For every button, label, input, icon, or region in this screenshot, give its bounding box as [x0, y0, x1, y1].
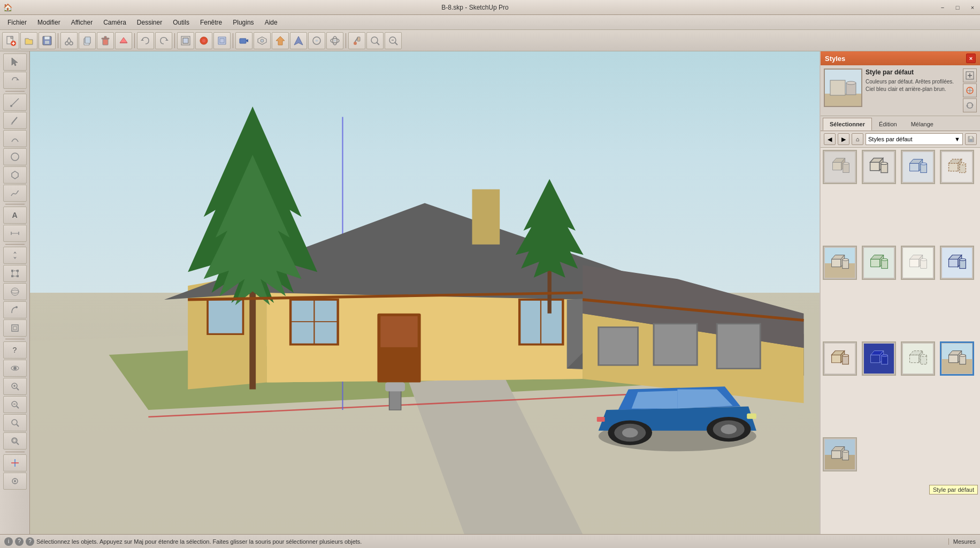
tool-axes[interactable] — [3, 454, 27, 471]
close-button[interactable]: × — [965, 0, 980, 15]
left-separator-2 — [5, 204, 25, 204]
menu-fenetre[interactable]: Fenêtre — [195, 17, 227, 28]
tool-pencil[interactable] — [3, 112, 27, 129]
tool-arc[interactable] — [3, 130, 27, 147]
toolbar-orbit[interactable] — [326, 32, 343, 49]
toolbar-separator-2 — [134, 33, 135, 48]
style-item-5[interactable] — [823, 246, 857, 280]
svg-point-49 — [11, 153, 19, 161]
maximize-button[interactable]: □ — [950, 0, 965, 15]
tool-freehand[interactable] — [3, 185, 27, 202]
tool-question[interactable]: ? — [3, 341, 27, 359]
style-action-new[interactable] — [963, 68, 977, 82]
nav-back[interactable]: ◀ — [824, 133, 836, 145]
toolbar-delete[interactable] — [97, 32, 114, 49]
svg-rect-24 — [218, 37, 226, 44]
svg-rect-107 — [654, 324, 697, 365]
minimize-button[interactable]: − — [935, 0, 950, 15]
nav-forward[interactable]: ▶ — [838, 133, 849, 145]
style-action-paint[interactable] — [963, 83, 977, 97]
toolbar-view1[interactable] — [177, 32, 194, 49]
menu-afficher[interactable]: Afficher — [66, 17, 98, 28]
toolbar-nav2[interactable] — [308, 32, 325, 49]
toolbar-nav1[interactable] — [290, 32, 307, 49]
tool-line[interactable] — [3, 94, 27, 111]
style-item-6[interactable] — [862, 246, 896, 280]
style-item-7[interactable] — [901, 246, 935, 280]
tool-rotate[interactable] — [3, 72, 27, 89]
menu-modifier[interactable]: Modifier — [32, 17, 66, 28]
toolbar-zoom[interactable] — [385, 32, 402, 49]
nav-home[interactable]: ⌂ — [852, 133, 863, 145]
tool-zoom-window[interactable] — [3, 432, 27, 450]
toolbar-paint[interactable] — [348, 32, 365, 49]
menu-fichier[interactable]: Fichier — [2, 17, 32, 28]
toolbar-redo[interactable] — [155, 32, 172, 49]
tool-scale[interactable] — [3, 265, 27, 282]
style-item-11[interactable] — [901, 341, 935, 376]
svg-rect-212 — [921, 355, 927, 364]
tab-selectionner[interactable]: Sélectionner — [823, 118, 872, 131]
toolbar-erase[interactable] — [115, 32, 132, 49]
tool-component[interactable] — [3, 473, 27, 490]
tool-follow[interactable] — [3, 301, 27, 318]
tool-offset[interactable] — [3, 319, 27, 337]
toolbar-new[interactable] — [2, 32, 19, 49]
svg-marker-144 — [966, 105, 968, 107]
menu-camera[interactable]: Caméra — [98, 17, 132, 28]
toolbar-cut[interactable] — [60, 32, 78, 49]
style-item-9[interactable] — [823, 341, 857, 376]
style-item-8[interactable] — [940, 246, 974, 280]
toolbar-open[interactable] — [20, 32, 37, 49]
tool-polygon[interactable] — [3, 166, 27, 184]
tool-eye[interactable] — [3, 360, 27, 377]
svg-rect-63 — [12, 325, 18, 331]
tool-rotate-3d[interactable] — [3, 283, 27, 300]
style-item-1[interactable] — [823, 150, 857, 184]
toolbar-camera1[interactable] — [235, 32, 252, 49]
toolbar-view2[interactable] — [195, 32, 212, 49]
menu-outils[interactable]: Outils — [167, 17, 195, 28]
toolbar-separator-4 — [233, 33, 233, 48]
status-icon-1[interactable]: i — [4, 537, 13, 546]
svg-point-152 — [843, 162, 849, 164]
toolbar-view3[interactable] — [213, 32, 231, 49]
toolbar-home[interactable] — [272, 32, 289, 49]
menu-aide[interactable]: Aide — [259, 17, 283, 28]
tool-text[interactable]: A — [3, 207, 27, 224]
toolbar-copy[interactable] — [79, 32, 96, 49]
styles-save-button[interactable] — [965, 133, 977, 145]
svg-rect-100 — [380, 316, 417, 347]
tool-zoom-fit[interactable] — [3, 414, 27, 431]
menu-plugins[interactable]: Plugins — [227, 17, 259, 28]
svg-rect-226 — [843, 451, 849, 460]
styles-panel-close-button[interactable]: × — [966, 54, 976, 63]
tool-dimension[interactable] — [3, 225, 27, 242]
tool-circle[interactable] — [3, 148, 27, 165]
toolbar-undo[interactable] — [137, 32, 154, 49]
tab-melange[interactable]: Mélange — [904, 118, 940, 131]
styles-preview-area: Style par défaut Couleurs par défaut. Ar… — [821, 65, 980, 116]
toolbar-inspect[interactable] — [366, 32, 384, 49]
status-icon-2[interactable]: ? — [15, 537, 24, 546]
tool-zoom-out[interactable] — [3, 396, 27, 413]
toolbar-save[interactable] — [39, 32, 56, 49]
tool-select[interactable] — [3, 54, 27, 71]
viewport[interactable] — [30, 51, 820, 534]
style-item-3[interactable] — [901, 150, 935, 184]
status-icon-3[interactable]: ? — [26, 537, 34, 546]
tab-edition[interactable]: Édition — [872, 118, 904, 131]
tool-move[interactable] — [3, 247, 27, 264]
style-item-13[interactable] — [823, 437, 857, 471]
style-item-4[interactable] — [940, 150, 974, 184]
menu-dessiner[interactable]: Dessiner — [132, 17, 167, 28]
svg-point-82 — [14, 480, 16, 482]
style-item-10[interactable] — [862, 341, 896, 376]
style-item-12[interactable] — [940, 341, 974, 376]
style-item-2[interactable] — [862, 150, 896, 184]
tool-zoom-in[interactable] — [3, 378, 27, 395]
styles-dropdown[interactable]: Styles par défaut ▼ — [866, 133, 963, 145]
toolbar-camera2[interactable] — [254, 32, 271, 49]
left-separator-4 — [5, 339, 25, 339]
style-action-refresh[interactable] — [963, 98, 977, 112]
